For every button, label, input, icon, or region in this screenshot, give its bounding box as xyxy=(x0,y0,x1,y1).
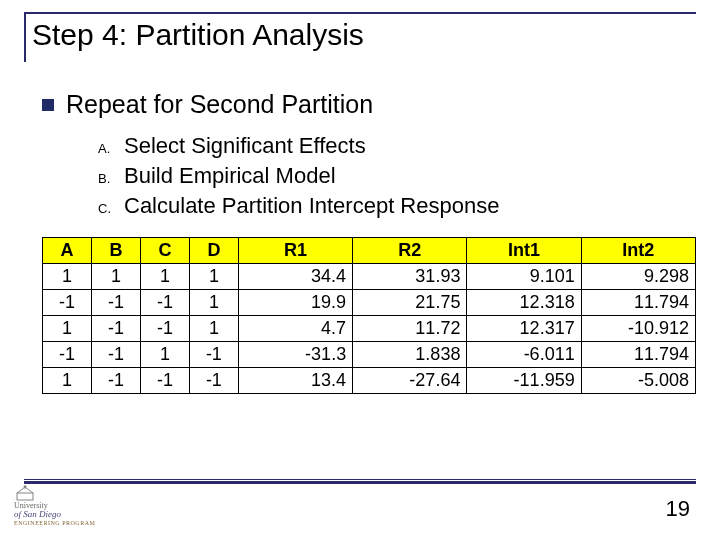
cell: 1.838 xyxy=(353,342,467,368)
cell: 9.101 xyxy=(467,264,581,290)
cell: -1 xyxy=(91,342,140,368)
cell: -1 xyxy=(189,368,238,394)
col-header: C xyxy=(140,238,189,264)
cell: -6.011 xyxy=(467,342,581,368)
cell: -1 xyxy=(140,368,189,394)
cell: 1 xyxy=(140,264,189,290)
cell: -1 xyxy=(43,290,92,316)
table-row: 1 -1 -1 -1 13.4 -27.64 -11.959 -5.008 xyxy=(43,368,696,394)
cell: 1 xyxy=(189,290,238,316)
cell: -1 xyxy=(91,316,140,342)
col-header: D xyxy=(189,238,238,264)
sublist-item-b: B. Build Empirical Model xyxy=(98,163,696,189)
col-header: Int1 xyxy=(467,238,581,264)
cell: 11.794 xyxy=(581,342,695,368)
sublist: A. Select Significant Effects B. Build E… xyxy=(98,133,696,219)
col-header: Int2 xyxy=(581,238,695,264)
table-row: -1 -1 1 -1 -31.3 1.838 -6.011 11.794 xyxy=(43,342,696,368)
cell: -11.959 xyxy=(467,368,581,394)
cell: -5.008 xyxy=(581,368,695,394)
sublist-text: Build Empirical Model xyxy=(124,163,336,189)
cell: 31.93 xyxy=(353,264,467,290)
cell: -31.3 xyxy=(238,342,352,368)
cell: -1 xyxy=(91,368,140,394)
bullet-row: Repeat for Second Partition xyxy=(42,90,696,119)
cell: 19.9 xyxy=(238,290,352,316)
table-row: 1 -1 -1 1 4.7 11.72 12.317 -10.912 xyxy=(43,316,696,342)
cell: 1 xyxy=(91,264,140,290)
data-table-wrap: A B C D R1 R2 Int1 Int2 1 1 1 xyxy=(42,237,696,394)
sublist-item-a: A. Select Significant Effects xyxy=(98,133,696,159)
logo-line2: of San Diego xyxy=(14,510,95,519)
slide: Step 4: Partition Analysis Repeat for Se… xyxy=(0,0,720,540)
cell: 9.298 xyxy=(581,264,695,290)
cell: 4.7 xyxy=(238,316,352,342)
table-row: 1 1 1 1 34.4 31.93 9.101 9.298 xyxy=(43,264,696,290)
data-table: A B C D R1 R2 Int1 Int2 1 1 1 xyxy=(42,237,696,394)
cell: 34.4 xyxy=(238,264,352,290)
cell: 1 xyxy=(43,316,92,342)
cell: -1 xyxy=(91,290,140,316)
cell: 11.72 xyxy=(353,316,467,342)
col-header: R1 xyxy=(238,238,352,264)
sublist-marker: B. xyxy=(98,171,124,186)
title-block: Step 4: Partition Analysis xyxy=(24,12,696,62)
cell: 1 xyxy=(189,316,238,342)
cell: 1 xyxy=(140,342,189,368)
body: Repeat for Second Partition A. Select Si… xyxy=(24,90,696,394)
sublist-marker: C. xyxy=(98,201,124,216)
svg-rect-0 xyxy=(17,493,33,500)
cell: -1 xyxy=(43,342,92,368)
cell: -27.64 xyxy=(353,368,467,394)
page-title: Step 4: Partition Analysis xyxy=(32,18,696,52)
footer-rule xyxy=(24,479,696,484)
sublist-marker: A. xyxy=(98,141,124,156)
square-bullet-icon xyxy=(42,99,54,111)
sublist-text: Calculate Partition Intercept Response xyxy=(124,193,499,219)
cell: 11.794 xyxy=(581,290,695,316)
cell: 12.317 xyxy=(467,316,581,342)
church-icon xyxy=(14,485,36,501)
cell: 1 xyxy=(43,368,92,394)
cell: -1 xyxy=(189,342,238,368)
bullet-text: Repeat for Second Partition xyxy=(66,90,373,119)
col-header: A xyxy=(43,238,92,264)
cell: 12.318 xyxy=(467,290,581,316)
sublist-text: Select Significant Effects xyxy=(124,133,366,159)
cell: -1 xyxy=(140,316,189,342)
logo-line3: ENGINEERING PROGRAM xyxy=(14,520,95,526)
cell: 1 xyxy=(189,264,238,290)
cell: -1 xyxy=(140,290,189,316)
cell: 13.4 xyxy=(238,368,352,394)
table-header-row: A B C D R1 R2 Int1 Int2 xyxy=(43,238,696,264)
sublist-item-c: C. Calculate Partition Intercept Respons… xyxy=(98,193,696,219)
cell: -10.912 xyxy=(581,316,695,342)
col-header: R2 xyxy=(353,238,467,264)
table-row: -1 -1 -1 1 19.9 21.75 12.318 11.794 xyxy=(43,290,696,316)
page-number: 19 xyxy=(666,496,690,522)
cell: 1 xyxy=(43,264,92,290)
university-logo: University of San Diego ENGINEERING PROG… xyxy=(14,485,95,526)
cell: 21.75 xyxy=(353,290,467,316)
col-header: B xyxy=(91,238,140,264)
